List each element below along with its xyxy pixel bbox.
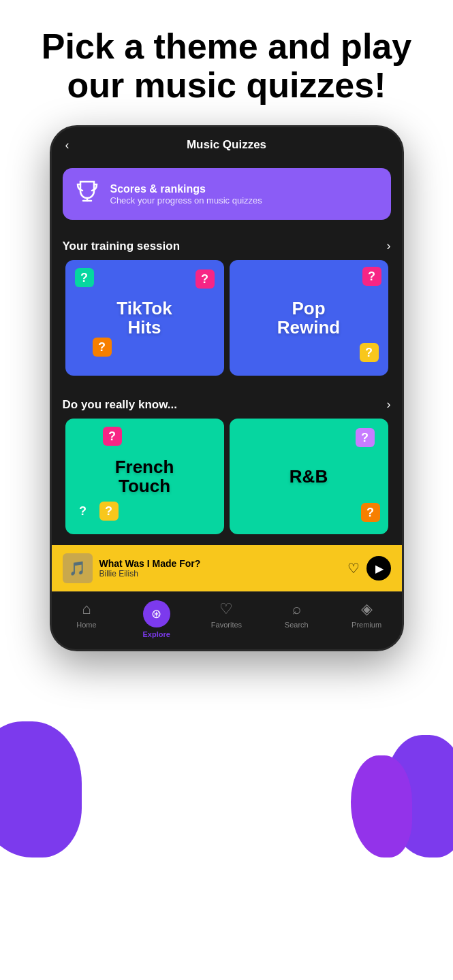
scores-subtitle: Check your progress on music quizzes	[110, 195, 262, 206]
float-icon-yellow: ?	[360, 343, 379, 362]
nav-premium[interactable]: ◈ Premium	[332, 600, 402, 638]
training-title: Your training session	[63, 240, 181, 253]
phone-mockup: ‹ Music Quizzes Scores & rankings Check …	[50, 125, 404, 651]
title-line1: Pick a theme and play	[42, 27, 411, 66]
know-section-header[interactable]: Do you really know... ›	[52, 387, 402, 419]
training-cards-row: ? ? ? TikTokHits ? ? PopRewind	[52, 260, 402, 387]
float-icon-green: ?	[75, 268, 94, 287]
rnb-card[interactable]: ? ? R&B	[230, 419, 388, 534]
scores-banner[interactable]: Scores & rankings Check your progress on…	[63, 168, 391, 220]
scores-text: Scores & rankings Check your progress on…	[110, 183, 262, 206]
pop-rewind-label: PopRewind	[277, 299, 340, 338]
training-section-header[interactable]: Your training session ›	[52, 228, 402, 260]
title-line2: our music quizzes!	[67, 65, 386, 105]
favorites-icon: ♡	[219, 600, 233, 618]
phone-header: ‹ Music Quizzes	[52, 127, 402, 160]
search-label: Search	[285, 621, 309, 629]
home-icon: ⌂	[82, 600, 91, 618]
bg-blob-left	[0, 721, 82, 858]
bottom-nav: ⌂ Home ⊛ Explore ♡ Favorites ⌕ Search ◈ …	[52, 591, 402, 649]
nav-explore[interactable]: ⊛ Explore	[121, 600, 191, 638]
float-icon-orange: ?	[93, 338, 112, 357]
home-label: Home	[76, 621, 96, 629]
premium-icon: ◈	[361, 600, 373, 618]
bg-blob-right2	[351, 755, 412, 858]
play-icon: ▶	[375, 562, 384, 575]
french-touch-card[interactable]: ? ? ? FrenchTouch	[65, 419, 224, 534]
tiktok-hits-card[interactable]: ? ? ? TikTokHits	[65, 260, 224, 376]
french-touch-label: FrenchTouch	[115, 457, 174, 496]
tiktok-label: TikTokHits	[116, 299, 172, 338]
play-button[interactable]: ▶	[366, 556, 391, 581]
nav-home[interactable]: ⌂ Home	[52, 600, 122, 638]
rnb-label: R&B	[290, 467, 328, 487]
screen-title: Music Quizzes	[187, 138, 266, 152]
know-title: Do you really know...	[63, 398, 177, 412]
nav-favorites[interactable]: ♡ Favorites	[191, 600, 262, 638]
training-chevron: ›	[387, 239, 391, 253]
float-cyan-green: ?	[74, 502, 93, 521]
float-icon-red: ?	[362, 267, 381, 286]
pop-rewind-card[interactable]: ? ? PopRewind	[230, 260, 388, 376]
know-chevron: ›	[387, 397, 391, 412]
explore-icon-bg: ⊛	[143, 600, 170, 627]
now-playing-art: 🎵	[63, 553, 93, 583]
page-title: Pick a theme and play our music quizzes!	[0, 0, 453, 125]
explore-icon: ⊛	[151, 606, 161, 621]
now-playing-bar: 🎵 What Was I Made For? Billie Eilish ♡ ▶	[52, 545, 402, 591]
search-icon: ⌕	[292, 600, 301, 618]
float-rnb-pink: ?	[356, 428, 375, 447]
favorites-label: Favorites	[211, 621, 242, 629]
explore-label: Explore	[143, 630, 170, 638]
now-playing-info: What Was I Made For? Billie Eilish	[99, 558, 341, 578]
know-cards-row: ? ? ? FrenchTouch ? ? R&B	[52, 419, 402, 545]
favorite-button[interactable]: ♡	[347, 560, 360, 576]
nav-search[interactable]: ⌕ Search	[262, 600, 332, 638]
phone-wrapper: ‹ Music Quizzes Scores & rankings Check …	[0, 125, 453, 651]
float-icon-pink: ?	[196, 270, 215, 289]
float-cyan-yellow: ?	[99, 502, 119, 521]
back-button[interactable]: ‹	[65, 138, 69, 152]
now-playing-title: What Was I Made For?	[99, 558, 341, 569]
float-cyan-red: ?	[103, 427, 122, 446]
premium-label: Premium	[352, 621, 381, 629]
scores-title: Scores & rankings	[110, 183, 262, 195]
float-rnb-orange: ?	[361, 503, 380, 522]
trophy-icon	[74, 178, 101, 210]
now-playing-artist: Billie Eilish	[99, 569, 341, 578]
